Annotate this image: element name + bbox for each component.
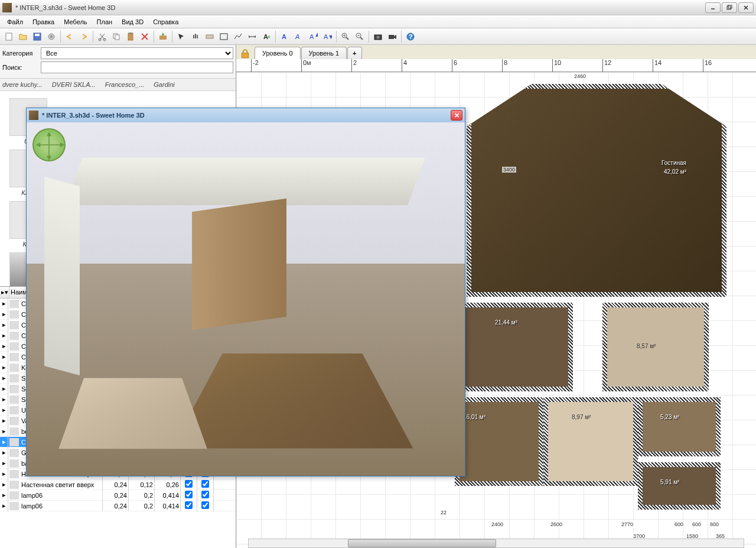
visible-checkbox[interactable]: [185, 480, 193, 488]
floating-3d-title: * INTER_3.sh3d - Sweet Home 3D: [42, 112, 451, 119]
room-7[interactable]: 5,91 м²: [638, 462, 721, 510]
room-2[interactable]: 21,44 м²: [455, 303, 573, 391]
visible-checkbox[interactable]: [185, 491, 193, 498]
select-tool[interactable]: [175, 30, 188, 43]
menu-plan[interactable]: План: [92, 17, 118, 27]
movable-checkbox[interactable]: [201, 480, 209, 488]
level-tabs: Уровень 0 Уровень 1 +: [236, 45, 756, 59]
svg-line-30: [346, 37, 348, 40]
delete-button[interactable]: [138, 30, 151, 43]
svg-rect-38: [242, 53, 248, 58]
svg-point-9: [50, 35, 53, 38]
save-button[interactable]: [31, 30, 44, 43]
svg-rect-7: [35, 34, 40, 36]
video-button[interactable]: [386, 30, 399, 43]
room-living[interactable]: Гостиная 42,02 м²: [467, 84, 726, 297]
text-bold-button[interactable]: A: [278, 30, 291, 43]
menu-edit[interactable]: Правка: [28, 17, 59, 27]
svg-rect-13: [115, 35, 119, 40]
undo-button[interactable]: [63, 30, 76, 43]
movable-checkbox[interactable]: [201, 491, 209, 498]
svg-rect-1: [727, 6, 731, 9]
view-3d[interactable]: [27, 122, 465, 476]
redo-button[interactable]: [77, 30, 90, 43]
scrollbar-horizontal[interactable]: [248, 539, 744, 548]
svg-text:▲: ▲: [314, 32, 318, 38]
svg-text:▼: ▼: [328, 33, 332, 40]
svg-text:A: A: [295, 33, 299, 40]
search-label: Поиск:: [2, 64, 41, 71]
room-5[interactable]: 8,97 м²: [543, 397, 638, 486]
svg-rect-2: [728, 5, 732, 8]
svg-point-34: [377, 35, 380, 38]
search-input[interactable]: [41, 61, 233, 73]
help-button[interactable]: ?: [404, 30, 417, 43]
zoom-in-button[interactable]: [339, 30, 352, 43]
tab-level0[interactable]: Уровень 0: [255, 47, 301, 59]
floating-3d-titlebar[interactable]: * INTER_3.sh3d - Sweet Home 3D ✕: [27, 108, 465, 122]
menu-view3d[interactable]: Вид 3D: [117, 17, 148, 27]
svg-rect-20: [220, 34, 227, 40]
create-walls-tool[interactable]: [203, 30, 216, 43]
app-icon: [2, 3, 12, 12]
visible-checkbox[interactable]: [185, 501, 193, 509]
svg-rect-35: [389, 35, 394, 39]
lock-icon[interactable]: [240, 48, 250, 59]
zoom-out-button[interactable]: [353, 30, 366, 43]
text-italic-button[interactable]: A: [292, 30, 305, 43]
menubar: Файл Правка Мебель План Вид 3D Справка: [0, 15, 756, 28]
category-select[interactable]: Все: [41, 47, 233, 59]
table-row[interactable]: ▸lamp060,240,20,414: [0, 501, 236, 511]
preferences-button[interactable]: [45, 30, 58, 43]
room-4[interactable]: 16,01 м²: [455, 397, 543, 486]
menu-file[interactable]: Файл: [2, 17, 28, 27]
paste-button[interactable]: [124, 30, 137, 43]
open-button[interactable]: [17, 30, 30, 43]
create-dimensions-tool[interactable]: [246, 30, 259, 43]
ruler-horizontal: -2 0м 2 4 6 8 10 12 14 16: [236, 59, 756, 72]
app-icon: [29, 111, 38, 120]
minimize-button[interactable]: [705, 2, 721, 13]
menu-furniture[interactable]: Мебель: [59, 17, 92, 27]
svg-text:?: ?: [409, 33, 413, 40]
category-label: Категория: [2, 50, 41, 57]
catalog-header: dvere kuchy... DVERI SKLA... Francesco_.…: [0, 79, 236, 91]
photo-button[interactable]: [372, 30, 384, 43]
svg-rect-18: [159, 35, 167, 40]
movable-checkbox[interactable]: [201, 501, 209, 509]
tab-add-level[interactable]: +: [347, 47, 361, 59]
floating-3d-close-button[interactable]: ✕: [451, 110, 462, 121]
col-expand[interactable]: ▸▾: [0, 287, 9, 298]
new-button[interactable]: [2, 30, 15, 43]
room-3[interactable]: 8,57 м²: [602, 303, 709, 391]
add-furniture-button[interactable]: [157, 30, 170, 43]
create-polylines-tool[interactable]: [232, 30, 245, 43]
cut-button[interactable]: [96, 30, 109, 43]
room-6[interactable]: 5,23 м²: [638, 397, 721, 456]
svg-text:+: +: [267, 33, 271, 40]
create-rooms-tool[interactable]: [217, 30, 230, 43]
svg-text:A: A: [309, 33, 314, 40]
svg-text:A: A: [282, 33, 286, 40]
floating-3d-window[interactable]: * INTER_3.sh3d - Sweet Home 3D ✕: [26, 108, 465, 476]
svg-line-32: [360, 37, 363, 40]
window-title: * INTER_3.sh3d - Sweet Home 3D: [15, 4, 705, 11]
increase-text-button[interactable]: A▲: [307, 30, 320, 43]
svg-rect-19: [206, 35, 213, 38]
menu-help[interactable]: Справка: [148, 17, 183, 27]
copy-button[interactable]: [110, 30, 123, 43]
titlebar: * INTER_3.sh3d - Sweet Home 3D: [0, 0, 756, 15]
close-button[interactable]: [738, 2, 754, 13]
maximize-button[interactable]: [722, 2, 737, 13]
tab-level1[interactable]: Уровень 1: [301, 47, 347, 59]
create-text-tool[interactable]: A+: [260, 30, 273, 43]
decrease-text-button[interactable]: A▼: [321, 30, 334, 43]
toolbar: A+ A A A▲ A▼ ?: [0, 28, 756, 45]
svg-rect-15: [129, 33, 132, 34]
svg-rect-5: [6, 33, 12, 40]
pan-tool[interactable]: [189, 30, 202, 43]
